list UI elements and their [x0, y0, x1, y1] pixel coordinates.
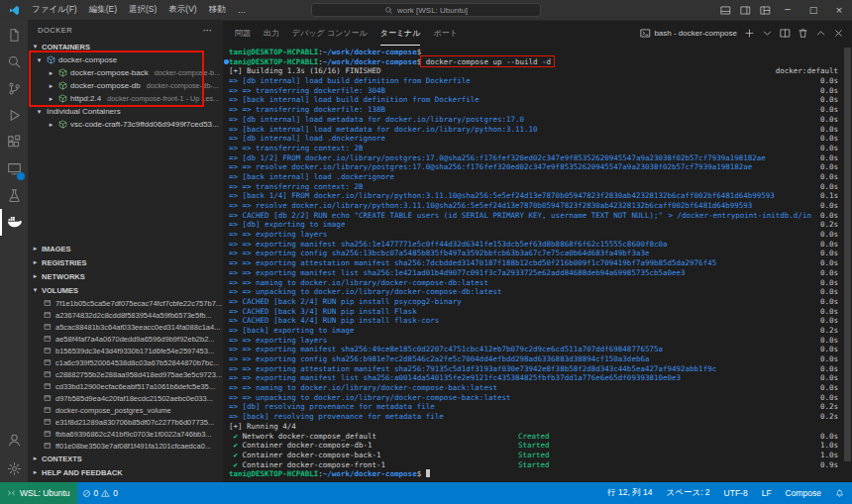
menu-item-5[interactable]: …: [232, 5, 253, 15]
panel-tab-1[interactable]: 出力: [264, 21, 279, 46]
volume-icon: [44, 382, 52, 390]
terminal-line: tani@DESKTOP-HCPABLI:~/work/docker-compo…: [229, 57, 838, 67]
error-count: 0: [94, 488, 99, 498]
section-label: HELP AND FEEDBACK: [42, 468, 123, 477]
maximize-button[interactable]: □: [800, 0, 826, 20]
terminal-line-text: => => exporting attestation manifest sha…: [229, 364, 716, 374]
notifications-bell-icon[interactable]: [835, 489, 844, 498]
scrollbar-thumb[interactable]: [844, 48, 851, 461]
sidebar-section-header-1[interactable]: ▸IMAGES: [28, 242, 223, 255]
container-tree-item[interactable]: ▸httpd:2.4docker-compose-front-1 - Up Le…: [28, 92, 223, 105]
remote-label: WSL: Ubuntu: [20, 488, 70, 498]
status-item-0[interactable]: 行 12, 列 14: [607, 487, 652, 499]
volume-item[interactable]: fbba69396862c241bf9c0703e1f0022a746bb3..…: [28, 428, 223, 440]
status-item-3[interactable]: LF: [762, 488, 772, 498]
volume-item[interactable]: 7f1e1b05c5ca5e7df075ecac74fcf7cbfe22c757…: [28, 297, 223, 309]
container-tree-item[interactable]: ▸docker-compose-backdocker-compose-b...: [28, 66, 223, 79]
toggle-secondary-sidebar-icon[interactable]: [735, 0, 755, 20]
status-item-4[interactable]: Compose: [786, 488, 821, 498]
volume-item[interactable]: b156539dc3e43d4f9330b171d6fe54e2597453..…: [28, 345, 223, 356]
volume-item[interactable]: d97b585d9ea4c20faf18ecdc21502aebc0e033..…: [28, 392, 223, 404]
more-actions-icon[interactable]: ⋯: [203, 25, 214, 36]
close-panel-icon[interactable]: [833, 28, 844, 39]
terminal-scrollbar[interactable]: [844, 48, 851, 478]
maximize-panel-icon[interactable]: [815, 28, 826, 39]
run-debug-icon[interactable]: [0, 102, 28, 129]
explorer-icon[interactable]: [0, 22, 28, 49]
menu-item-1[interactable]: 編集(E): [83, 4, 123, 16]
close-button[interactable]: ×: [826, 0, 852, 20]
testing-icon[interactable]: [0, 182, 28, 209]
settings-icon[interactable]: [0, 455, 28, 482]
menu-item-4[interactable]: 移動: [203, 4, 232, 16]
accounts-icon[interactable]: [0, 427, 28, 454]
menu-item-0[interactable]: ファイル(F): [26, 4, 83, 16]
remote-indicator[interactable]: WSL: Ubuntu: [0, 482, 77, 504]
toggle-panel-icon[interactable]: [715, 0, 735, 20]
volume-item[interactable]: c1a6c939f520064538d8c03a67b52844870b7bc.…: [28, 356, 223, 368]
terminal-line-text: => => exporting layers: [229, 336, 327, 346]
container-tree-item[interactable]: ▸docker-compose-dbdocker-compose-db-...: [28, 79, 223, 92]
volume-label: d97b585d9ea4c20faf18ecdc21502aebc0e033..…: [55, 394, 213, 403]
status-item-1[interactable]: スペース: 2: [667, 487, 710, 499]
terminal-panel[interactable]: tani@DESKTOP-HCPABLI:~/work/docker-compo…: [223, 46, 852, 482]
sidebar-section-header-4[interactable]: ▾VOLUMES: [28, 283, 223, 297]
command-decoration-icon[interactable]: [224, 59, 229, 64]
terminal-line: [+] Running 4/4: [229, 422, 838, 432]
sidebar-section-header-2[interactable]: ▸REGISTRIES: [28, 255, 223, 269]
search-icon[interactable]: [0, 49, 28, 75]
terminal-line-text: => [back internal] load build definition…: [229, 95, 479, 105]
panel-tab-3[interactable]: ターミナル: [380, 21, 421, 46]
minimize-button[interactable]: ─: [775, 0, 800, 20]
volume-item[interactable]: cd33bd12900ecfac6eabf517a1061b6defc5e35.…: [28, 380, 223, 392]
sidebar-section-header-6[interactable]: ▸HELP AND FEEDBACK: [28, 465, 223, 479]
tree-item-label: httpd:2.4: [70, 94, 101, 103]
chevron-icon: ▸: [31, 272, 40, 280]
terminal-profile[interactable]: bash - docker-compose: [640, 28, 737, 39]
panel-tab-4[interactable]: ポート: [433, 21, 457, 46]
volume-icon: [44, 430, 52, 438]
tree-group[interactable]: ▾Individual Containers: [28, 105, 223, 118]
menu-item-2[interactable]: 選択(S): [123, 4, 162, 16]
source-control-icon[interactable]: [0, 75, 28, 102]
problems-indicator[interactable]: 0 0: [77, 482, 123, 504]
sidebar-section-header-0[interactable]: ▾CONTAINERS: [28, 40, 223, 53]
volume-item[interactable]: a23674832d2c8cdd8f5839544a59fb6573e5fb..…: [28, 309, 223, 321]
command-center[interactable]: work [WSL: Ubuntu]: [311, 3, 541, 17]
highlighted-command: docker-compose up --build -d: [426, 57, 551, 66]
extensions-icon[interactable]: [0, 129, 28, 155]
menu-item-3[interactable]: 表示(V): [162, 4, 202, 16]
remote-icon: [7, 489, 16, 498]
tree-group[interactable]: ▾docker-compose: [28, 53, 223, 66]
sidebar-section-header-3[interactable]: ▸NETWORKS: [28, 269, 223, 283]
terminal-line-text: ✔ Container docker-compose-back-1: [229, 451, 381, 460]
step-duration: 0.2s: [820, 402, 838, 412]
remote-explorer-icon[interactable]: [0, 155, 28, 182]
volume-item[interactable]: a5cac88481b3c64af033eeacc0ed314fa088c1a4…: [28, 321, 223, 333]
docker-icon[interactable]: [0, 209, 28, 236]
search-icon: [384, 6, 393, 15]
terminal-line: Started ✔ Container docker-compose-front…: [229, 460, 838, 470]
step-detail: > /docker-entrypoint-initdb.d/in: [668, 211, 811, 221]
volume-item[interactable]: e31f8d21289a830706b85df07c2277b6d07735..…: [28, 416, 223, 428]
volume-icon: [44, 299, 52, 307]
kill-terminal-icon[interactable]: [798, 28, 808, 39]
status-item-2[interactable]: UTF-8: [724, 488, 748, 498]
volume-item[interactable]: ff01e08be3503e7af08f1f491fa1201cfcaedca0…: [28, 440, 223, 452]
split-terminal-icon[interactable]: [780, 28, 791, 39]
terminal-line: [+] Building 1.3s (16/16) FINISHEDdocker…: [229, 66, 838, 76]
sidebar-section-header-5[interactable]: ▸CONTEXTS: [28, 452, 223, 465]
customize-layout-icon[interactable]: [755, 0, 775, 20]
terminal-line-text: => [db internal] load build definition f…: [229, 76, 471, 86]
step-duration: 0.2s: [820, 412, 838, 422]
volume-item[interactable]: c28882755b2e288aa958d418ed975ae3e5c9723.…: [28, 368, 223, 380]
terminal-line: => => unpacking to docker.io/library/doc…: [229, 287, 838, 297]
volume-item[interactable]: ae58f4faf7a4a0670dedd9a6596d9b9f92eb2b2.…: [28, 333, 223, 345]
terminal-dropdown-icon[interactable]: [762, 28, 773, 39]
volume-item[interactable]: docker-compose_postgres_volume: [28, 404, 223, 416]
panel-tab-2[interactable]: デバッグ コンソール: [292, 21, 368, 46]
new-terminal-icon[interactable]: [744, 28, 755, 39]
container-tree-item[interactable]: ▸vsc-code-craft-73c9ffdd06d9499f7ced53..…: [28, 118, 223, 131]
panel-tab-0[interactable]: 問題: [235, 21, 251, 46]
terminal-line-text: => => exporting config sha256:b981e7ec2d…: [229, 354, 649, 364]
